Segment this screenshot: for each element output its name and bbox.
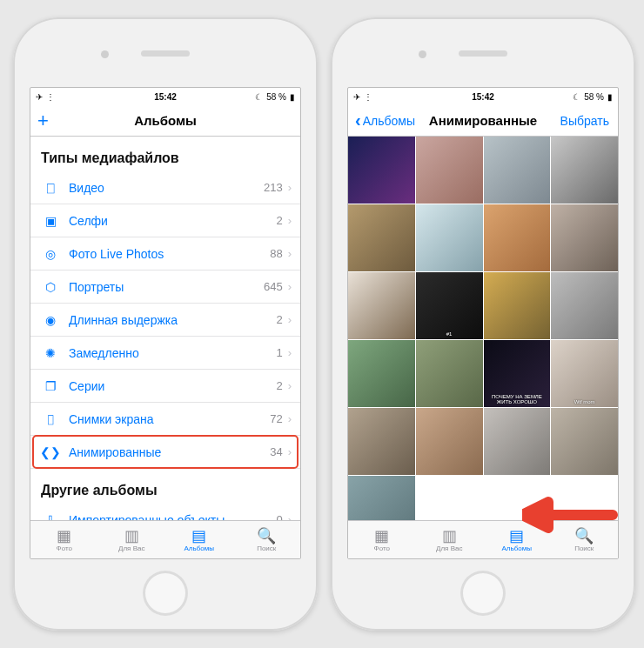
photo-grid[interactable]: #1ПОЧЕМУ НА ЗЕМЛЕ ЖИТЬ ХОРОШОWtf mom [348, 137, 618, 520]
screen-animated: ✈ ⋮ 15:42 ☾ 58 % ▮ ‹Альбомы Анимированны… [347, 87, 619, 559]
animated-icon: ❮❯ [41, 445, 60, 459]
photo-thumbnail[interactable] [348, 408, 415, 475]
photo-thumbnail[interactable] [348, 272, 415, 339]
tab-foryou-icon: ▥ [124, 528, 139, 544]
album-count: 1 [276, 346, 282, 359]
photo-thumbnail[interactable] [551, 476, 618, 520]
album-row[interactable]: ⌷Снимки экрана72› [30, 403, 300, 436]
photo-thumbnail[interactable] [348, 476, 415, 520]
album-label: Фото Live Photos [69, 247, 270, 261]
photo-thumbnail[interactable] [416, 408, 483, 475]
slomo-icon: ✺ [41, 346, 60, 360]
burst-icon: ❐ [41, 379, 60, 393]
chevron-right-icon: › [288, 513, 292, 520]
tab-photos[interactable]: ▦Фото [30, 521, 98, 558]
chevron-right-icon: › [288, 445, 292, 458]
airplane-icon: ✈ [36, 92, 43, 102]
phone-frame-right: ✈ ⋮ 15:42 ☾ 58 % ▮ ‹Альбомы Анимированны… [331, 17, 635, 631]
photo-thumbnail[interactable] [348, 137, 415, 204]
photo-thumbnail[interactable] [416, 204, 483, 271]
photo-thumbnail[interactable] [416, 476, 483, 520]
chevron-right-icon: › [288, 379, 292, 392]
album-row[interactable]: ◎Фото Live Photos88› [30, 237, 300, 271]
album-count: 0 [276, 513, 282, 520]
select-label: Выбрать [560, 114, 609, 128]
album-label: Видео [69, 181, 264, 195]
tab-search-icon: 🔍 [574, 528, 594, 544]
album-label: Серии [69, 379, 276, 393]
album-row[interactable]: ❐Серии2› [30, 370, 300, 403]
album-label: Селфи [69, 214, 276, 228]
photo-thumbnail[interactable]: ПОЧЕМУ НА ЗЕМЛЕ ЖИТЬ ХОРОШО [484, 340, 551, 407]
album-row[interactable]: ❮❯Анимированные34› [30, 436, 300, 469]
photo-thumbnail[interactable] [551, 204, 618, 271]
photo-thumbnail[interactable] [484, 408, 551, 475]
photo-thumbnail[interactable] [416, 137, 483, 204]
thumb-caption: #1 [418, 331, 481, 337]
tab-photos[interactable]: ▦Фото [348, 521, 416, 558]
photo-thumbnail[interactable] [551, 272, 618, 339]
thumb-caption: Wtf mom [553, 399, 616, 404]
album-row[interactable]: ⇩Импортированные объекты0› [30, 504, 300, 520]
photo-grid-container: #1ПОЧЕМУ НА ЗЕМЛЕ ЖИТЬ ХОРОШОWtf mom [348, 137, 618, 520]
photo-thumbnail[interactable]: #1 [416, 272, 483, 339]
tab-foryou[interactable]: ▥Для Вас [98, 521, 166, 558]
home-button[interactable] [143, 571, 188, 616]
tab-search[interactable]: 🔍Поиск [551, 521, 619, 558]
album-label: Импортированные объекты [69, 513, 276, 521]
chevron-right-icon: › [288, 214, 292, 227]
phone-earpiece [459, 50, 507, 57]
photo-thumbnail[interactable] [416, 340, 483, 407]
selfie-icon: ▣ [41, 214, 60, 228]
portrait-icon: ⬡ [41, 280, 60, 294]
album-count: 2 [276, 214, 282, 227]
home-button[interactable] [460, 571, 506, 616]
tab-search[interactable]: 🔍Поиск [233, 521, 301, 558]
album-row[interactable]: ⬡Портреты645› [30, 271, 300, 304]
select-button[interactable]: Выбрать [560, 114, 609, 128]
album-row[interactable]: ◉Длинная выдержка2› [30, 304, 300, 337]
airplane-icon: ✈ [353, 92, 360, 102]
photo-thumbnail[interactable] [348, 340, 415, 407]
back-icon: ‹ [355, 110, 361, 130]
status-time: 15:42 [154, 92, 177, 102]
tab-label: Для Вас [436, 544, 462, 552]
tab-foryou[interactable]: ▥Для Вас [416, 521, 484, 558]
tab-albums[interactable]: ▤Альбомы [165, 521, 233, 558]
import-icon: ⇩ [41, 513, 60, 521]
wifi-icon: ⋮ [364, 92, 372, 102]
plus-icon: + [37, 110, 49, 132]
section-media-types: Типы медиафайлов [30, 137, 300, 171]
photo-thumbnail[interactable] [484, 272, 551, 339]
tab-photos-icon: ▦ [374, 528, 389, 544]
album-count: 2 [276, 379, 282, 392]
photo-thumbnail[interactable] [551, 137, 618, 204]
video-icon: ⎕ [41, 181, 60, 195]
album-row[interactable]: ▣Селфи2› [30, 204, 300, 237]
tab-albums[interactable]: ▤Альбомы [483, 521, 551, 558]
tab-label: Альбомы [184, 544, 214, 552]
photo-thumbnail[interactable] [484, 204, 551, 271]
nav-bar: + Альбомы [30, 105, 300, 137]
album-row[interactable]: ⎕Видео213› [30, 171, 300, 204]
album-label: Портреты [69, 280, 264, 294]
tab-search-icon: 🔍 [257, 528, 276, 544]
album-row[interactable]: ✺Замедленно1› [30, 337, 300, 370]
screenshot-icon: ⌷ [41, 412, 60, 426]
album-count: 213 [264, 181, 283, 194]
back-button[interactable]: ‹Альбомы [355, 110, 415, 130]
photo-thumbnail[interactable] [551, 408, 618, 475]
battery-icon: ▮ [290, 92, 295, 102]
tab-label: Для Вас [118, 544, 144, 552]
photo-thumbnail[interactable]: Wtf mom [551, 340, 618, 407]
photo-thumbnail[interactable] [484, 137, 551, 204]
tab-bar: ▦Фото ▥Для Вас ▤Альбомы 🔍Поиск [30, 520, 300, 558]
phone-camera [419, 50, 426, 58]
photo-thumbnail[interactable] [348, 204, 415, 271]
album-label: Длинная выдержка [69, 313, 276, 327]
status-bar: ✈ ⋮ 15:42 ☾ 58 % ▮ [348, 88, 618, 105]
photo-thumbnail[interactable] [484, 476, 551, 520]
add-album-button[interactable]: + [37, 110, 49, 132]
tab-albums-icon: ▤ [509, 528, 524, 544]
nav-bar: ‹Альбомы Анимированные Выбрать [348, 105, 618, 137]
